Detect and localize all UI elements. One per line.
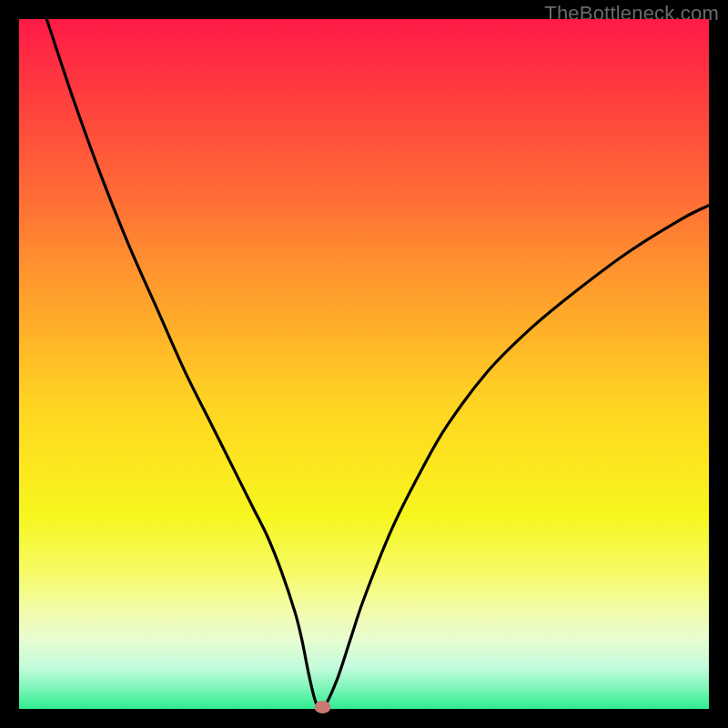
plot-area xyxy=(19,19,709,709)
bottleneck-curve xyxy=(46,19,709,710)
chart-frame: TheBottleneck.com xyxy=(0,0,728,728)
optimal-marker xyxy=(315,701,331,713)
curve-svg xyxy=(19,19,709,709)
